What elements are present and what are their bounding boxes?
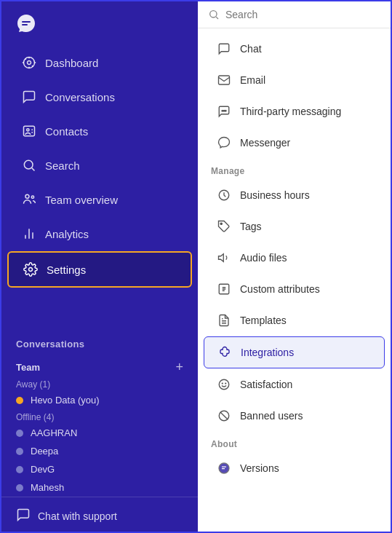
conversations-section-header: Conversations xyxy=(1,330,198,353)
menu-item-email[interactable]: Email xyxy=(204,65,385,95)
sidebar-item-settings-label: Settings xyxy=(47,264,86,276)
menu-item-chat[interactable]: Chat xyxy=(204,33,385,64)
search-icon xyxy=(22,158,36,173)
svg-point-0 xyxy=(28,61,31,65)
svg-rect-7 xyxy=(219,76,230,84)
menu-item-templates[interactable]: Templates xyxy=(204,305,385,336)
menu-item-integrations[interactable]: Integrations xyxy=(204,336,385,368)
sidebar-nav: Dashboard Conversations Contacts Search xyxy=(1,45,198,330)
agent-name-deepa: Deepa xyxy=(31,446,58,457)
svg-line-19 xyxy=(220,412,228,420)
dashboard-icon xyxy=(22,55,36,70)
sidebar-item-contacts-label: Contacts xyxy=(45,125,88,138)
contacts-icon xyxy=(22,124,36,138)
offline-status-label: Offline (4) xyxy=(1,409,198,424)
sidebar-item-dashboard-label: Dashboard xyxy=(45,57,98,69)
email-icon xyxy=(217,73,231,87)
menu-item-chat-label: Chat xyxy=(240,43,262,55)
versions-icon xyxy=(217,461,231,475)
svg-point-4 xyxy=(31,196,33,198)
team-icon xyxy=(22,192,36,207)
manage-section-label: Manage xyxy=(198,159,391,179)
agent-name-devg: DevG xyxy=(31,464,55,475)
clock-icon xyxy=(217,188,231,202)
chat-with-support-label: Chat with support xyxy=(38,510,117,522)
menu-item-integrations-label: Integrations xyxy=(241,347,294,358)
agent-name-mahesh: Mahesh xyxy=(31,482,64,493)
search-bar-icon xyxy=(208,9,220,20)
menu-item-email-label: Email xyxy=(240,74,265,86)
sidebar-item-analytics[interactable]: Analytics xyxy=(7,217,192,250)
menu-item-custom-attributes-label: Custom attributes xyxy=(240,283,320,295)
menu-item-templates-label: Templates xyxy=(240,315,287,326)
offline-dot-3 xyxy=(16,466,23,473)
sidebar-item-search-label: Search xyxy=(45,159,80,172)
menu-item-messenger[interactable]: Messenger xyxy=(204,127,385,158)
menu-item-tags[interactable]: Tags xyxy=(204,211,385,242)
chat-support-icon xyxy=(16,508,31,524)
search-input[interactable] xyxy=(225,9,380,20)
menu-item-banned-users[interactable]: Banned users xyxy=(204,400,385,431)
svg-point-6 xyxy=(210,11,217,17)
settings-panel: Chat Email Third-party messaging Messeng… xyxy=(198,1,391,533)
sidebar-item-conversations-label: Conversations xyxy=(45,91,115,103)
settings-menu-list: Chat Email Third-party messaging Messeng… xyxy=(198,28,391,533)
svg-point-15 xyxy=(219,379,229,390)
audio-icon xyxy=(217,250,231,265)
third-party-icon xyxy=(217,104,231,119)
svg-point-9 xyxy=(223,111,225,112)
menu-item-messenger-label: Messenger xyxy=(240,137,290,149)
chat-with-support-footer[interactable]: Chat with support xyxy=(1,497,198,533)
search-bar xyxy=(198,1,391,28)
menu-item-versions-label: Versions xyxy=(240,462,279,474)
tag-icon xyxy=(217,219,231,234)
offline-dot-4 xyxy=(16,484,23,491)
svg-point-3 xyxy=(25,194,29,198)
svg-point-8 xyxy=(222,111,223,112)
integrations-icon xyxy=(217,345,232,360)
conversations-icon xyxy=(22,90,36,104)
menu-item-audio-files-label: Audio files xyxy=(240,252,287,264)
sidebar-item-search[interactable]: Search xyxy=(7,149,192,182)
menu-item-third-party[interactable]: Third-party messaging xyxy=(204,96,385,127)
satisfaction-icon xyxy=(217,377,231,392)
agent-hevo: Hevo Data (you) xyxy=(1,391,198,409)
team-section-title: Team xyxy=(16,362,40,373)
sidebar-item-analytics-label: Analytics xyxy=(45,228,89,240)
menu-item-third-party-label: Third-party messaging xyxy=(240,106,341,117)
sidebar-item-settings[interactable]: Settings xyxy=(7,251,192,288)
offline-dot-1 xyxy=(16,430,23,437)
messenger-icon xyxy=(217,135,231,150)
app-logo-icon xyxy=(16,13,36,33)
chat-bubble-icon xyxy=(217,42,231,56)
menu-item-satisfaction[interactable]: Satisfaction xyxy=(204,369,385,400)
menu-item-satisfaction-label: Satisfaction xyxy=(240,379,292,390)
conversations-section-title: Conversations xyxy=(16,339,84,350)
add-team-button[interactable]: + xyxy=(175,360,183,374)
menu-item-audio-files[interactable]: Audio files xyxy=(204,242,385,273)
svg-point-2 xyxy=(24,160,33,169)
analytics-icon xyxy=(22,226,36,241)
svg-point-10 xyxy=(225,111,227,112)
about-section-label: About xyxy=(198,432,391,452)
sidebar-item-conversations[interactable]: Conversations xyxy=(7,80,192,114)
menu-item-business-hours[interactable]: Business hours xyxy=(204,180,385,210)
sidebar-item-team-overview[interactable]: Team overview xyxy=(7,183,192,216)
away-status-label: Away (1) xyxy=(1,376,198,391)
agent-name-aaghran: AAGHRAN xyxy=(31,427,77,438)
sidebar-item-dashboard[interactable]: Dashboard xyxy=(7,46,192,79)
menu-item-custom-attributes[interactable]: Custom attributes xyxy=(204,274,385,304)
sidebar-item-team-overview-label: Team overview xyxy=(45,194,118,206)
menu-item-versions[interactable]: Versions xyxy=(204,453,385,483)
menu-item-banned-users-label: Banned users xyxy=(240,410,303,422)
agent-deepa: Deepa xyxy=(1,442,198,460)
agent-devg: DevG xyxy=(1,460,198,478)
svg-marker-13 xyxy=(219,254,224,262)
agent-name-hevo: Hevo Data (you) xyxy=(31,395,100,406)
sidebar-item-contacts[interactable]: Contacts xyxy=(7,114,192,148)
agent-aaghran: AAGHRAN xyxy=(1,424,198,442)
templates-icon xyxy=(217,313,231,328)
custom-attr-icon xyxy=(217,282,231,296)
sidebar: Dashboard Conversations Contacts Search xyxy=(1,1,198,533)
team-header: Team + xyxy=(1,353,198,376)
